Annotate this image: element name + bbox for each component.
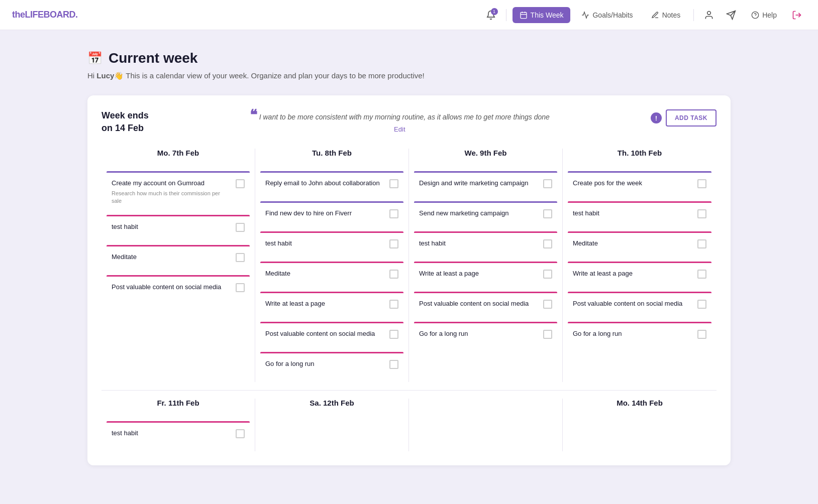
task-checkbox[interactable] [389, 270, 398, 279]
logo-prefix: the [12, 10, 25, 20]
task-label: Post valuable content on social media [265, 329, 389, 338]
task-label: test habit [112, 429, 236, 438]
task-checkbox[interactable] [697, 300, 706, 309]
day-column: We. 9th FebDesign and write marketing ca… [409, 149, 563, 382]
nav-divider-1 [506, 9, 506, 21]
wave-emoji: 👋 [114, 71, 124, 80]
day-column: Sa. 12th Feb [255, 399, 409, 451]
task-checkbox[interactable] [697, 330, 706, 339]
task-checkbox[interactable] [389, 239, 398, 248]
day-header: Th. 10th Feb [568, 149, 711, 163]
main-content: 📅 Current week Hi Lucy👋 This is a calend… [57, 30, 761, 485]
task-label: Design and write marketing campaign [419, 179, 543, 188]
nav-divider-2 [693, 9, 694, 21]
this-week-label: This Week [531, 11, 564, 19]
logout-button[interactable] [788, 6, 806, 24]
task-item: Meditate [568, 231, 711, 258]
task-checkbox[interactable] [389, 209, 398, 218]
task-label: Write at least a page [419, 269, 543, 278]
task-label: Create my account on GumroadResearch how… [112, 179, 236, 205]
greeting-text: Hi [87, 71, 96, 80]
task-item: Meditate [107, 245, 250, 271]
task-label: Write at least a page [265, 299, 389, 308]
task-item: Meditate [260, 262, 403, 288]
task-checkbox[interactable] [389, 179, 398, 188]
add-task-button[interactable]: ADD TASK [666, 109, 717, 127]
task-label: Go for a long run [573, 329, 697, 338]
task-item: test habit [414, 231, 557, 258]
week-ends: Week ends on 14 Feb [101, 109, 149, 135]
profile-button[interactable] [700, 6, 718, 24]
task-label: Send new marketing campaign [419, 209, 543, 218]
task-checkbox[interactable] [543, 330, 552, 339]
help-label: Help [762, 11, 777, 19]
task-checkbox[interactable] [697, 270, 706, 279]
app-header: theLIFEBOARD. 1 This Week Goals/Ha [0, 0, 818, 30]
task-item: Reply email to John about collaboration [260, 171, 403, 197]
task-label: Post valuable content on social media [573, 299, 697, 308]
task-label: Meditate [112, 253, 236, 262]
task-checkbox[interactable] [543, 270, 552, 279]
task-item: test habit [260, 231, 403, 258]
day-header: Mo. 14th Feb [568, 399, 711, 413]
day-column: Fr. 11th Febtest habit [101, 399, 255, 451]
day-header: Sa. 12th Feb [260, 399, 403, 413]
task-checkbox[interactable] [389, 300, 398, 309]
task-label: Meditate [265, 269, 389, 278]
task-label: Go for a long run [419, 329, 543, 338]
task-item: Post valuable content on social media [414, 292, 557, 318]
page-title: Current week [109, 50, 197, 66]
task-item: Write at least a page [414, 262, 557, 288]
task-label: test habit [112, 222, 236, 231]
task-checkbox[interactable] [236, 429, 245, 438]
nav-goals-habits[interactable]: Goals/Habits [574, 7, 640, 23]
task-label: Find new dev to hire on Fiverr [265, 209, 389, 218]
notification-badge: 1 [491, 8, 498, 15]
day-column: Mo. 14th Feb [563, 399, 717, 451]
nav-help[interactable]: Help [744, 7, 784, 23]
task-checkbox[interactable] [389, 360, 398, 369]
task-checkbox[interactable] [389, 330, 398, 339]
task-checkbox[interactable] [697, 179, 706, 188]
task-item: Create my account on GumroadResearch how… [107, 171, 250, 211]
main-nav: 1 This Week Goals/Habits Notes [482, 6, 806, 24]
task-item: Find new dev to hire on Fiverr [260, 201, 403, 227]
task-item: Write at least a page [260, 292, 403, 318]
task-item: Go for a long run [414, 322, 557, 348]
task-checkbox[interactable] [543, 209, 552, 218]
task-item: Go for a long run [260, 352, 403, 378]
svg-rect-0 [521, 12, 527, 18]
exclamation-icon: ! [651, 112, 662, 123]
task-checkbox[interactable] [697, 239, 706, 248]
task-label: Post valuable content on social media [419, 299, 543, 308]
nav-notes[interactable]: Notes [644, 7, 688, 23]
quote-edit-link[interactable]: Edit [169, 125, 631, 133]
task-checkbox[interactable] [236, 253, 245, 262]
task-item: Design and write marketing campaign [414, 171, 557, 197]
task-checkbox[interactable] [543, 300, 552, 309]
task-item: test habit [107, 215, 250, 241]
day-column: Mo. 7th FebCreate my account on GumroadR… [101, 149, 255, 382]
task-checkbox[interactable] [236, 283, 245, 292]
day-header: Mo. 7th Feb [107, 149, 250, 163]
nav-this-week[interactable]: This Week [513, 7, 571, 23]
day-column: Tu. 8th FebReply email to John about col… [255, 149, 409, 382]
task-item: test habit [568, 201, 711, 227]
quote-section: ❝I want to be more consistent with my mo… [149, 109, 651, 133]
send-button[interactable] [722, 6, 740, 24]
task-label: Go for a long run [265, 359, 389, 368]
notifications-button[interactable]: 1 [482, 6, 500, 24]
task-checkbox[interactable] [543, 239, 552, 248]
task-label: Reply email to John about collaboration [265, 179, 389, 188]
task-checkbox[interactable] [543, 179, 552, 188]
day-header: Fr. 11th Feb [107, 399, 250, 413]
task-label: Meditate [573, 239, 697, 248]
task-checkbox[interactable] [697, 209, 706, 218]
week-card: Week ends on 14 Feb ❝I want to be more c… [87, 95, 731, 465]
task-item: Post valuable content on social media [568, 292, 711, 318]
task-label: Write at least a page [573, 269, 697, 278]
day-header: We. 9th Feb [414, 149, 557, 163]
task-checkbox[interactable] [236, 223, 245, 232]
day-column: Th. 10th FebCreate pos for the weektest … [563, 149, 717, 382]
task-checkbox[interactable] [236, 179, 245, 188]
